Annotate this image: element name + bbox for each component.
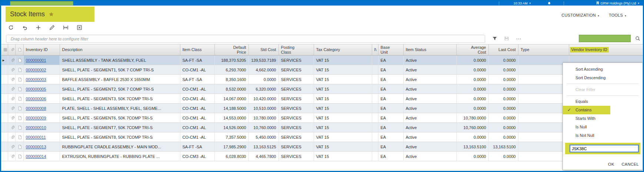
cell-average_cost[interactable]: 0.0000 [456, 65, 488, 75]
cell-average_cost[interactable]: 0.0000 [456, 84, 488, 94]
cell-description[interactable]: SHELL, PLATE - SEGMENT8, 50K 7COMP TRI-S [60, 132, 180, 142]
row-selector-cell[interactable] [1, 123, 8, 132]
cell-posting_class[interactable]: SERVICES [278, 104, 314, 113]
inventory-id-link[interactable]: 000000005 [26, 87, 46, 91]
cell-last_cost[interactable]: 0.0000 [488, 94, 518, 104]
edit-row-button[interactable] [47, 24, 56, 33]
add-row-button[interactable] [34, 24, 43, 33]
cell-average_cost[interactable]: 0.0000 [456, 152, 488, 161]
cell-std_cost[interactable]: 10,780.0000 [248, 113, 278, 123]
cell-posting_class[interactable]: SERVICES [278, 123, 314, 132]
select-all-header[interactable] [1, 44, 8, 55]
notes-cell[interactable] [15, 152, 23, 161]
menu-item-sort-ascending[interactable]: Sort Ascending [563, 65, 643, 74]
cell-item_class[interactable]: CO-CM1 -AL [180, 65, 214, 75]
cell-base_unit[interactable]: EA [378, 123, 403, 132]
column-header-item_status[interactable]: Item Status [403, 44, 456, 55]
cell-item_status[interactable]: Active [403, 152, 456, 161]
attachments-cell[interactable] [8, 113, 15, 123]
menu-item-is-not-null[interactable]: Is Not Null [563, 131, 643, 140]
column-header-default_price[interactable]: Default Price [214, 44, 248, 55]
cell-base_unit[interactable]: EA [378, 75, 403, 84]
notes-cell[interactable] [15, 84, 23, 94]
cell-tax_category[interactable]: VAT 15 [314, 94, 372, 104]
cell-type[interactable] [518, 55, 569, 65]
cell-last_cost[interactable]: 0.0000 [488, 65, 518, 75]
column-header-vendor_inventory_id[interactable]: Vendor Inventory ID [569, 44, 643, 55]
cell-last_cost[interactable]: 0.0000 [488, 123, 518, 132]
cell-type[interactable] [518, 84, 569, 94]
cell-type[interactable] [518, 142, 569, 152]
column-header-lot[interactable]: I\ [372, 44, 378, 55]
cell-description[interactable]: SHELL ASSEMBLY - TANK ASSEMBLY, FUEL [60, 55, 180, 65]
column-header-average_cost[interactable]: Average Cost [456, 44, 488, 55]
cell-item_status[interactable]: Active [403, 104, 456, 113]
cell-item_class[interactable]: SA-FT -SA [180, 55, 214, 65]
column-header-posting_class[interactable]: Posting Class [278, 44, 314, 55]
cell-std_cost[interactable]: 13,163.5125 [248, 142, 278, 152]
menu-item-sort-descending[interactable]: Sort Descending [563, 74, 643, 82]
cell-default_price[interactable]: 14,526.0000 [214, 123, 248, 132]
cell-tax_category[interactable]: VAT 15 [314, 84, 372, 94]
cell-average_cost[interactable]: 0.0000 [456, 132, 488, 142]
cell-tax_category[interactable]: VAT 15 [314, 55, 372, 65]
cell-base_unit[interactable]: EA [378, 104, 403, 113]
cell-last_cost[interactable]: 0.0000 [488, 84, 518, 94]
cell-posting_class[interactable]: SERVICES [278, 142, 314, 152]
cell-type[interactable] [518, 65, 569, 75]
cell-std_cost[interactable]: 10,420.0000 [248, 94, 278, 104]
inventory-id-link[interactable]: 000000011 [26, 135, 46, 139]
notes-cell[interactable] [15, 94, 23, 104]
cell-lot[interactable] [372, 84, 378, 94]
cell-base_unit[interactable]: EA [378, 132, 403, 142]
inventory-id-link[interactable]: 000000006 [26, 97, 46, 101]
notes-cell[interactable] [15, 132, 23, 142]
cell-item_class[interactable]: SA-FT -SA [180, 142, 214, 152]
cell-type[interactable] [518, 75, 569, 84]
cell-average_cost[interactable]: 13,163.5100 [456, 142, 488, 152]
attachments-cell[interactable] [8, 65, 15, 75]
refresh-button[interactable] [6, 24, 15, 33]
inventory-id-link[interactable]: 000000008 [26, 106, 46, 111]
cell-item_status[interactable]: Active [403, 84, 456, 94]
row-selector-cell[interactable] [1, 65, 8, 75]
inventory-id-link[interactable]: 000000001 [26, 58, 46, 63]
cell-description[interactable]: SHELL, PLATE - SEGMENT7, 50K 7COMP TRI-S [60, 123, 180, 132]
cell-tax_category[interactable]: VAT 15 [314, 75, 372, 84]
cell-description[interactable]: PLATE, SHELL - SHELL ASSEMBLY, FUEL, SEG… [60, 104, 180, 113]
cell-lot[interactable] [372, 75, 378, 84]
attachments-cell[interactable] [8, 84, 15, 94]
cell-description[interactable]: BAFFLE ASSEMBLY - BAFFLE 2530 X 1650MM [60, 75, 180, 84]
cell-last_cost[interactable]: 0.0000 [488, 75, 518, 84]
cell-item_status[interactable]: Active [403, 132, 456, 142]
attachments-cell[interactable] [8, 94, 15, 104]
notes-cell[interactable] [15, 123, 23, 132]
inventory-id-link[interactable]: 000000009 [26, 116, 46, 120]
cell-item_status[interactable]: Active [403, 94, 456, 104]
attachments-cell[interactable] [8, 123, 15, 132]
cell-posting_class[interactable]: SERVICES [278, 55, 314, 65]
cell-description[interactable]: SHELL, PLATE - SEGMENT1, 50K 7 COMP TRI-… [60, 65, 180, 75]
cell-lot[interactable] [372, 113, 378, 123]
cell-lot[interactable] [372, 55, 378, 65]
undo-button[interactable] [20, 24, 29, 33]
inventory-id-link[interactable]: 000000014 [26, 154, 46, 159]
cell-item_status[interactable]: Active [403, 55, 456, 65]
cell-item_class[interactable]: CO-CM1 -AL [180, 123, 214, 132]
cell-lot[interactable] [372, 104, 378, 113]
attachments-cell[interactable] [8, 132, 15, 142]
column-header-inventory_id[interactable]: Inventory ID [23, 44, 60, 55]
more-options-button[interactable]: … [516, 34, 521, 40]
cell-base_unit[interactable]: EA [378, 84, 403, 94]
row-selector-cell[interactable] [1, 132, 8, 142]
cell-type[interactable] [518, 94, 569, 104]
inventory-id-link[interactable]: 000000003 [26, 77, 46, 82]
menu-item-equals[interactable]: Equals [563, 97, 643, 106]
cell-last_cost[interactable]: 0.0000 [488, 132, 518, 142]
cell-lot[interactable] [372, 142, 378, 152]
notes-cell[interactable] [15, 104, 23, 113]
grid-search-input[interactable] [579, 35, 631, 42]
cell-default_price[interactable]: 6,293.7000 [214, 65, 248, 75]
row-selector-cell[interactable] [1, 113, 8, 123]
cell-last_cost[interactable]: 0.0000 [488, 152, 518, 161]
